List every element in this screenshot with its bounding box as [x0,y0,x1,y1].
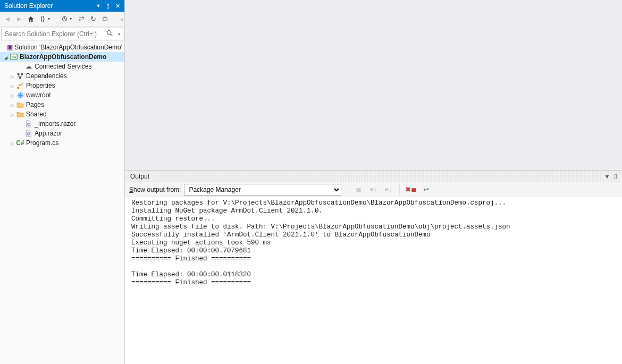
svg-rect-10 [17,87,19,88]
folder-icon [16,111,24,118]
tree-node-app-razor[interactable]: @ App.razor [0,129,124,138]
tree-node-program-cs[interactable]: C# Program.cs [0,138,124,148]
home-icon[interactable] [26,14,36,24]
window-position-dropdown-icon[interactable]: ▼ [94,3,103,9]
globe-icon [16,91,24,99]
sync-with-active-document-icon[interactable]: ⇄ [76,14,87,24]
output-toolbar: Show output from: Package Manager ≣ ≡↑ ≡… [125,182,622,197]
svg-text:@: @ [27,132,31,136]
toggle-word-wrap-icon[interactable]: ↩ [420,184,432,196]
find-message-in-code-icon[interactable]: ≣ [352,184,364,196]
properties-icon [16,82,24,89]
svg-rect-9 [19,77,21,79]
tree-node-label: Dependencies [26,72,67,80]
tree-node-label: BlazorAppObfuscationDemo [20,53,106,61]
tree-node-label: wwwroot [26,91,51,99]
go-to-previous-message-icon[interactable]: ≡↑ [367,184,379,196]
show-output-from-label: Show output from: [129,186,181,193]
svg-line-2 [64,19,65,20]
solution-explorer-toolbar: ◄ ► ⟨⟩ ▾ ▾ ⇄ ↻ ⧉ ›› [0,12,124,27]
svg-line-4 [111,34,112,36]
svg-rect-7 [18,73,20,75]
razor-file-icon: @ [24,120,33,128]
editor-area [125,0,622,170]
expander-icon[interactable] [9,83,16,89]
ide-root: Solution Explorer ▼ ▯ ✕ ◄ ► ⟨⟩ ▾ ▾ ⇄ ↻ ⧉… [0,0,622,364]
output-text-content[interactable]: Restoring packages for V:\Projects\Blazo… [125,197,622,364]
tree-node-label: _Imports.razor [35,120,75,128]
search-icon[interactable] [104,30,115,38]
toolbar-separator [56,14,56,24]
tree-node-dependencies[interactable]: Dependencies [0,71,124,81]
tree-node-pages[interactable]: Pages [0,100,124,109]
tree-node-connected-services[interactable]: ☁ Connected Services [0,62,124,71]
folder-icon [16,101,24,108]
tree-node-label: Pages [26,101,44,108]
csproj-icon: C# [10,53,18,61]
svg-rect-8 [21,73,23,75]
forward-icon[interactable]: ► [14,14,24,24]
expander-icon[interactable] [9,73,16,79]
back-icon[interactable]: ◄ [2,14,13,24]
go-to-next-message-icon[interactable]: ≡↓ [382,184,394,196]
tree-node-project[interactable]: C# BlazorAppObfuscationDemo [0,52,124,62]
close-icon[interactable]: ✕ [113,3,122,10]
output-panel: Output ▼ ▯ Show output from: Package Man… [125,170,622,364]
tree-node-label: Properties [26,82,55,89]
tree-node-shared[interactable]: Shared [0,109,124,119]
razor-file-icon: @ [24,130,33,137]
output-source-select[interactable]: Package Manager [184,184,341,196]
tree-node-imports-razor[interactable]: @ _Imports.razor [0,119,124,129]
search-input[interactable] [2,30,104,38]
tree-node-label: Shared [26,111,47,118]
toolbar-overflow-icon[interactable]: ›› [121,16,122,22]
tree-node-label: Connected Services [35,63,91,70]
toolbar-separator [399,184,400,195]
expander-icon[interactable] [2,54,10,60]
svg-text:C#: C# [12,55,16,60]
solution-icon: ▣ [7,44,13,51]
switch-views-icon[interactable]: ⟨⟩ [37,14,48,24]
expander-icon[interactable] [9,140,16,146]
clear-all-icon[interactable]: ✖≣ [405,184,417,196]
switch-views-dropdown-icon[interactable]: ▾ [48,16,53,21]
tree-node-properties[interactable]: Properties [0,81,124,90]
dependencies-icon [16,72,24,80]
output-titlebar: Output ▼ ▯ [125,171,622,182]
svg-text:@: @ [27,122,31,126]
solution-explorer-panel: Solution Explorer ▼ ▯ ✕ ◄ ► ⟨⟩ ▾ ▾ ⇄ ↻ ⧉… [0,0,125,364]
window-position-dropdown-icon[interactable]: ▼ [603,173,611,180]
solution-explorer-search: ▾ [1,28,123,40]
filter-icon[interactable] [59,14,70,24]
toolbar-separator [347,184,347,195]
csharp-file-icon: C# [16,139,24,147]
expander-icon[interactable] [9,92,16,98]
filter-dropdown-icon[interactable]: ▾ [70,16,75,21]
refresh-icon[interactable]: ↻ [88,14,98,24]
output-title: Output [127,173,153,180]
solution-tree: ▣ Solution 'BlazorAppObfuscationDemo' C#… [0,41,124,364]
tree-node-label: App.razor [35,130,62,137]
search-options-dropdown-icon[interactable]: ▾ [115,32,123,37]
collapse-all-icon[interactable]: ⧉ [99,14,110,24]
tree-node-solution[interactable]: ▣ Solution 'BlazorAppObfuscationDemo' [0,43,124,52]
tree-node-label: Program.cs [26,139,58,147]
tree-node-label: Solution 'BlazorAppObfuscationDemo' [14,44,122,51]
expander-icon[interactable] [9,112,16,117]
expander-icon[interactable] [9,102,16,108]
solution-explorer-title: Solution Explorer [2,2,94,10]
connected-services-icon: ☁ [24,63,33,70]
svg-point-3 [107,31,111,35]
pin-icon[interactable]: ▯ [611,173,620,180]
solution-explorer-titlebar: Solution Explorer ▼ ▯ ✕ [0,0,124,12]
pin-icon[interactable]: ▯ [103,3,113,10]
tree-node-wwwroot[interactable]: wwwroot [0,90,124,100]
